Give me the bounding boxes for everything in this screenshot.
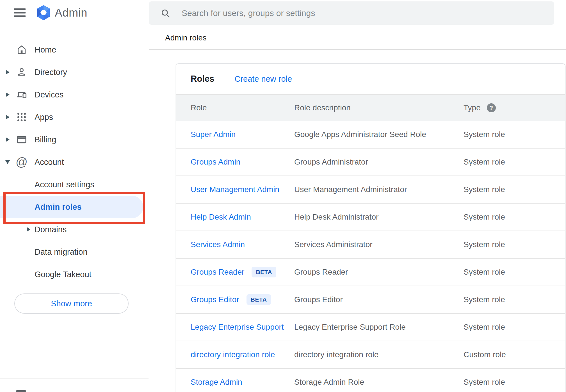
table-row: Services AdminServices AdministratorSyst… [176,231,565,259]
role-type: System role [464,158,565,167]
role-type: System role [464,213,565,222]
breadcrumb: Admin roles [165,33,207,42]
role-link[interactable]: Storage Admin [191,378,242,387]
role-link[interactable]: Super Admin [191,130,236,139]
sidebar-item-label: Data migration [35,247,88,257]
chevron-right-icon [27,227,30,232]
role-description: Legacy Enterprise Support Role [294,323,464,332]
column-type: Type ? [464,103,565,112]
role-link[interactable]: directory integration role [191,350,275,359]
roles-card: Roles Create new role Role Role descript… [176,63,565,392]
admin-logo-icon [36,5,51,20]
sidebar-item-devices[interactable]: Devices [0,83,143,106]
role-link[interactable]: Groups Editor [191,295,239,304]
sidebar-item-domains[interactable]: Domains [0,218,143,241]
role-link[interactable]: User Management Admin [191,185,279,194]
beta-badge: BETA [252,267,276,277]
hamburger-icon [14,8,26,10]
devices-icon [15,88,28,101]
column-role: Role [191,103,294,112]
role-link[interactable]: Legacy Enterprise Support [191,323,284,332]
roles-table-body: Super AdminGoogle Apps Administrator See… [176,121,565,392]
role-link[interactable]: Groups Admin [191,158,240,167]
chevron-down-icon [5,160,10,164]
menu-button[interactable] [14,8,26,17]
role-link[interactable]: Services Admin [191,240,245,249]
sidebar-item-label: Admin roles [35,202,82,212]
sidebar-nav: HomeDirectoryDevicesAppsBilling@AccountA… [0,38,149,286]
role-description: Help Desk Administrator [294,213,464,222]
sidebar-item-label: Account [35,158,64,167]
sidebar-header: Admin [0,0,149,25]
role-type: System role [464,323,565,332]
search-bar [149,1,554,25]
column-role-description: Role description [294,103,464,112]
role-description: Groups Administrator [294,158,464,167]
admin-console: Admin HomeDirectoryDevicesAppsBilling@Ac… [0,0,566,392]
sidebar-item-billing[interactable]: Billing [0,128,143,151]
sidebar: Admin HomeDirectoryDevicesAppsBilling@Ac… [0,0,149,392]
sidebar-item-label: Home [35,45,56,54]
partial-bottom-icon [16,390,26,392]
person-icon [15,66,28,78]
sidebar-item-label: Apps [35,113,53,122]
sidebar-item-label: Directory [35,68,67,77]
role-description: directory integration role [294,350,464,359]
table-row: User Management AdminUser Management Adm… [176,176,565,204]
role-type: System role [464,185,565,194]
sidebar-item-data-migration[interactable]: Data migration [0,241,143,263]
search-icon [160,8,170,18]
role-description: Storage Admin Role [294,378,464,387]
sidebar-item-admin-roles[interactable]: Admin roles [0,196,143,218]
table-row: Storage AdminStorage Admin RoleSystem ro… [176,369,565,392]
card-icon [15,133,28,146]
sidebar-item-account-settings[interactable]: Account settings [0,173,143,196]
table-row: Help Desk AdminHelp Desk AdministratorSy… [176,204,565,231]
card-title: Roles [191,74,214,84]
table-row: Groups EditorBETAGroups EditorSystem rol… [176,286,565,314]
role-type: Custom role [464,350,565,359]
sidebar-item-label: Domains [35,225,67,234]
role-description: Groups Editor [294,295,464,304]
app-title: Admin [55,6,87,19]
chevron-right-icon [6,115,10,119]
sidebar-divider [0,379,149,379]
home-icon [15,44,28,56]
table-row: Groups ReaderBETAGroups ReaderSystem rol… [176,259,565,286]
sidebar-item-label: Billing [35,135,56,144]
role-link[interactable]: Groups Reader [191,268,244,277]
sidebar-item-apps[interactable]: Apps [0,106,143,128]
sidebar-item-directory[interactable]: Directory [0,61,143,83]
sidebar-item-account[interactable]: @Account [0,151,143,173]
chevron-right-icon [6,70,10,74]
role-type: System role [464,130,565,139]
sidebar-item-label: Account settings [35,180,94,189]
role-description: Groups Reader [294,268,464,277]
at-icon: @ [15,156,28,168]
search-input[interactable] [182,1,554,25]
help-icon[interactable]: ? [487,103,496,112]
create-new-role-link[interactable]: Create new role [234,74,292,84]
sidebar-item-google-takeout[interactable]: Google Takeout [0,263,143,286]
sidebar-item-label: Devices [35,90,63,99]
content-divider [149,49,566,50]
show-more-button[interactable]: Show more [14,293,129,314]
card-header: Roles Create new role [176,64,565,94]
role-type: System role [464,295,565,304]
role-link[interactable]: Help Desk Admin [191,213,251,222]
role-type: System role [464,240,565,249]
table-row: directory integration roledirectory inte… [176,341,565,369]
sidebar-item-home[interactable]: Home [0,38,143,61]
sidebar-item-label: Google Takeout [35,270,92,279]
role-type: System role [464,378,565,387]
chevron-right-icon [6,137,10,142]
table-row: Super AdminGoogle Apps Administrator See… [176,121,565,149]
role-type: System role [464,268,565,277]
table-row: Groups AdminGroups AdministratorSystem r… [176,149,565,176]
beta-badge: BETA [247,294,271,305]
role-description: Services Administrator [294,240,464,249]
table-row: Legacy Enterprise SupportLegacy Enterpri… [176,314,565,341]
chevron-right-icon [6,92,10,97]
apps-icon [15,111,28,123]
table-header: Role Role description Type ? [176,94,565,121]
